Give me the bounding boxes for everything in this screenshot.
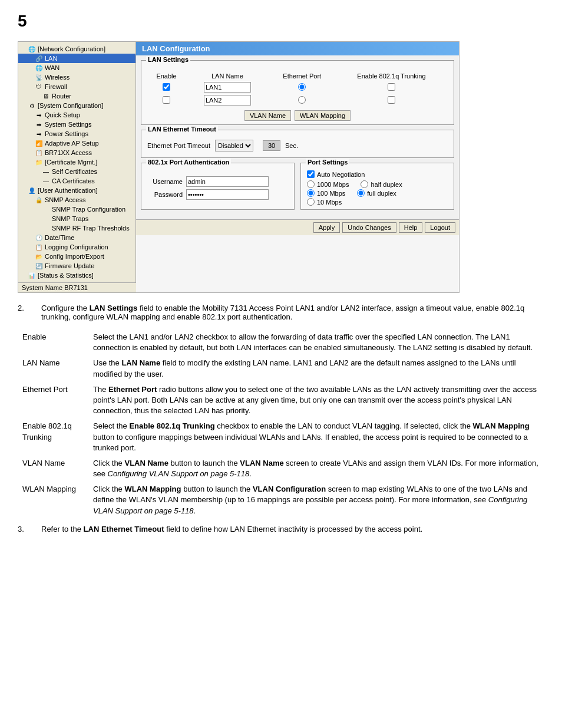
sidebar-item-status[interactable]: 📊 [Status & Statistics] (18, 271, 135, 280)
username-input[interactable] (186, 176, 269, 187)
sidebar-item-power-settings[interactable]: ➡ Power Settings (18, 129, 135, 139)
lan-settings-table: Enable LAN Name Ethernet Port Enable 802… (147, 71, 448, 107)
sidebar-item-firmware[interactable]: 🔄 Firmware Update (18, 261, 135, 271)
table-row (147, 94, 448, 107)
step-3-number: 3. (18, 525, 24, 533)
lan2-trunking-checkbox[interactable] (388, 96, 395, 104)
status-icon: 📊 (28, 271, 36, 279)
col-lan-name: LAN Name (186, 71, 269, 81)
lan1-trunking-checkbox[interactable] (388, 83, 395, 91)
sidebar-item-self-certs[interactable]: — Self Certificates (18, 167, 135, 176)
speed-100-label: 100 Mbps (317, 190, 345, 197)
full-duplex-radio[interactable] (357, 189, 365, 197)
speed-100-radio[interactable] (307, 189, 315, 197)
port-settings-label: Port Settings (306, 159, 349, 166)
system-name-bar: System Name BR7131 (18, 282, 136, 292)
logging-icon: 📋 (35, 243, 43, 251)
password-input[interactable] (186, 189, 269, 200)
vlan-name-button[interactable]: VLAN Name (244, 110, 291, 121)
timeout-select[interactable]: Disabled 5 min 10 min (215, 140, 253, 151)
auto-negotiation-checkbox[interactable] (307, 170, 315, 178)
half-duplex-radio[interactable] (361, 180, 368, 188)
field-enable-row: Enable Select the LAN1 and/or LAN2 check… (18, 330, 544, 355)
speed-100-row: 100 Mbps full duplex (307, 189, 448, 197)
timeout-row: Ethernet Port Timeout Disabled 5 min 10 … (147, 137, 448, 154)
field-trunking-desc: Select the Enable 802.1q Trunking checkb… (88, 419, 544, 456)
sidebar-item-snmp-traps[interactable]: SNMP Traps (18, 214, 135, 223)
auto-negotiation-label: Auto Negotiation (317, 171, 365, 178)
sidebar-item-firewall[interactable]: 🛡 Firewall (18, 82, 135, 91)
lan1-name-input[interactable] (204, 82, 251, 93)
sidebar-item-quick-setup[interactable]: ➡ Quick Setup (18, 110, 135, 120)
wlan-mapping-button[interactable]: WLAN Mapping (295, 110, 351, 121)
sidebar-item-cert-mgmt[interactable]: 📁 [Certificate Mgmt.] (18, 157, 135, 167)
field-enable-name: Enable (18, 330, 88, 355)
logout-button[interactable]: Logout (425, 222, 455, 233)
speed-1000-label: 1000 Mbps (317, 181, 349, 188)
wan-icon: 🌐 (35, 64, 43, 72)
table-row (147, 81, 448, 94)
sidebar-item-logging[interactable]: 📋 Logging Configuration (18, 242, 135, 252)
step-2-text: Configure the LAN Settings field to enab… (41, 304, 524, 321)
step-2-para: 2. Configure the LAN Settings field to e… (18, 304, 544, 321)
step-3-para: 3. Refer to the LAN Ethernet Timeout fie… (18, 525, 544, 533)
help-button[interactable]: Help (399, 222, 423, 233)
speed-1000-radio[interactable] (307, 180, 315, 188)
network-icon: 🌐 (28, 45, 36, 53)
lan1-eth-radio[interactable] (298, 83, 306, 91)
router-icon: 🖥 (42, 92, 50, 100)
cert-mgmt-icon: 📁 (35, 158, 43, 166)
sidebar-item-snmp-trap-config[interactable]: SNMP Trap Configuration (18, 205, 135, 214)
password-label: Password (147, 191, 183, 198)
sidebar-item-router[interactable]: 🖥 Router (18, 91, 135, 101)
lan-settings-label: LAN Settings (146, 56, 190, 63)
field-wlanmapping-name: WLAN Mapping (18, 482, 88, 519)
sidebar-item-ca-certs[interactable]: — CA Certificates (18, 176, 135, 186)
sidebar-item-datetime[interactable]: 🕐 Date/Time (18, 233, 135, 242)
sidebar-item-network-config[interactable]: 🌐 [Network Configuration] (18, 44, 135, 54)
lan-timeout-label: LAN Ethernet Timeout (146, 126, 218, 133)
col-enable: Enable (147, 71, 186, 81)
sidebar-item-lan[interactable]: 🔗 LAN (18, 54, 135, 63)
sidebar-item-wireless[interactable]: 📡 Wireless (18, 73, 135, 82)
apply-button[interactable]: Apply (313, 222, 340, 233)
sidebar-item-system-settings[interactable]: ➡ System Settings (18, 120, 135, 129)
lan2-enable-checkbox[interactable] (163, 96, 170, 104)
username-row: Username (147, 176, 288, 187)
firmware-icon: 🔄 (35, 262, 43, 270)
undo-button[interactable]: Undo Changes (342, 222, 396, 233)
sidebar-item-system-config[interactable]: ⚙ [System Configuration] (18, 101, 135, 110)
quick-setup-icon: ➡ (35, 111, 43, 119)
step-2-number: 2. (18, 304, 24, 312)
sidebar-item-br71xx[interactable]: 📋 BR71XX Access (18, 148, 135, 157)
half-duplex-option: half duplex (361, 180, 402, 188)
field-descriptions-table: Enable Select the LAN1 and/or LAN2 check… (18, 330, 544, 519)
bottom-sections: 802.1x Port Authentication Username Pass… (141, 163, 454, 215)
sidebar-item-snmp-access[interactable]: 🔒 SNMP Access (18, 195, 135, 205)
page-number: 5 (18, 12, 544, 31)
bottom-bar: Apply Undo Changes Help Logout (136, 219, 459, 235)
speed-10-option: 10 Mbps (307, 198, 342, 206)
snmp-trap-config-icon (42, 205, 50, 213)
sidebar-item-adaptive-ap[interactable]: 📶 Adaptive AP Setup (18, 139, 135, 148)
field-lanname-name: LAN Name (18, 355, 88, 381)
col-eth-port: Ethernet Port (269, 71, 335, 81)
field-lanname-desc: Use the LAN Name field to modify the exi… (88, 355, 544, 381)
main-panel: LAN Configuration LAN Settings Enable LA… (136, 42, 459, 292)
speed-1000-row: 1000 Mbps half duplex (307, 180, 448, 188)
sidebar-item-wan[interactable]: 🌐 WAN (18, 63, 135, 73)
config-import-icon: 📂 (35, 252, 43, 261)
sidebar-item-snmp-rf-trap[interactable]: SNMP RF Trap Thresholds (18, 223, 135, 233)
lan2-eth-radio[interactable] (298, 96, 306, 104)
sidebar-item-config-import[interactable]: 📂 Config Import/Export (18, 252, 135, 261)
firewall-icon: 🛡 (35, 83, 43, 91)
lan1-enable-checkbox[interactable] (163, 83, 170, 91)
timeout-value-input[interactable] (263, 140, 280, 151)
speed-10-row: 10 Mbps (307, 198, 448, 206)
sidebar-item-user-auth[interactable]: 👤 [User Authentication] (18, 186, 135, 195)
datetime-icon: 🕐 (35, 233, 43, 242)
lan2-name-input[interactable] (204, 95, 251, 106)
field-wlanmapping-row: WLAN Mapping Click the WLAN Mapping butt… (18, 482, 544, 519)
speed-10-radio[interactable] (307, 198, 315, 206)
sidebar: 🌐 [Network Configuration] 🔗 LAN 🌐 WAN 📡 … (18, 42, 136, 282)
